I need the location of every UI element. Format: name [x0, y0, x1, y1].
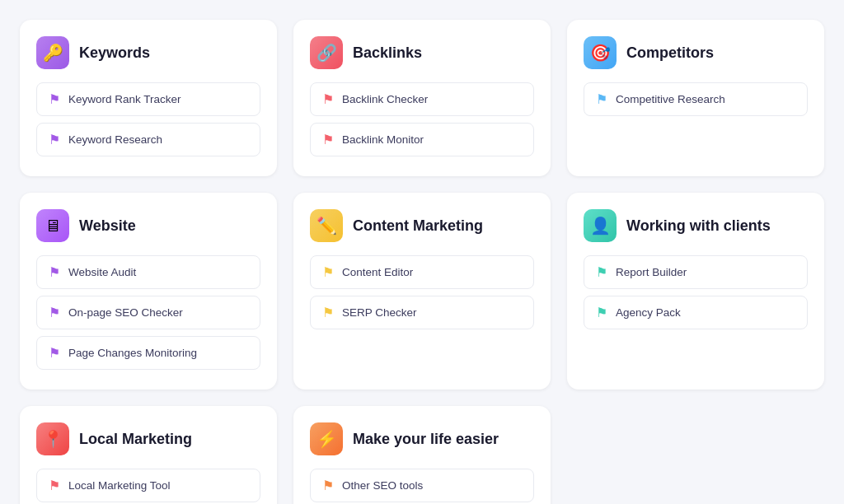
card-backlinks: 🔗 Backlinks ⚑ Backlink Checker ⚑ Backlin… — [293, 20, 551, 176]
keyword-rank-tracker-item[interactable]: ⚑ Keyword Rank Tracker — [36, 82, 260, 116]
empty-cell — [567, 406, 824, 504]
keywords-icon: 🔑 — [36, 36, 69, 69]
agency-pack-flag: ⚑ — [596, 305, 607, 320]
backlink-monitor-flag: ⚑ — [322, 132, 334, 147]
on-page-seo-label: On-page SEO Checker — [68, 306, 183, 319]
competitors-icon: 🎯 — [584, 36, 617, 69]
competitors-title: Competitors — [626, 44, 714, 62]
content-marketing-items: ⚑ Content Editor ⚑ SERP Checker — [310, 255, 534, 329]
serp-checker-item[interactable]: ⚑ SERP Checker — [310, 296, 534, 329]
keyword-rank-tracker-flag: ⚑ — [49, 91, 60, 107]
content-marketing-title: Content Marketing — [353, 217, 483, 235]
website-audit-item[interactable]: ⚑ Website Audit — [36, 255, 260, 289]
agency-pack-label: Agency Pack — [616, 306, 681, 319]
keyword-research-item[interactable]: ⚑ Keyword Research — [36, 123, 260, 156]
local-marketing-tool-item[interactable]: ⚑ Local Marketing Tool — [36, 469, 260, 502]
local-marketing-items: ⚑ Local Marketing Tool — [36, 469, 260, 502]
make-life-easier-title: Make your life easier — [353, 431, 499, 448]
card-working-with-clients: 👤 Working with clients ⚑ Report Builder … — [567, 193, 824, 390]
keywords-items: ⚑ Keyword Rank Tracker ⚑ Keyword Researc… — [36, 82, 260, 156]
backlinks-title: Backlinks — [353, 44, 422, 62]
working-with-clients-title: Working with clients — [626, 217, 771, 235]
backlink-checker-label: Backlink Checker — [342, 93, 428, 105]
content-editor-label: Content Editor — [342, 266, 413, 278]
keywords-title: Keywords — [79, 44, 150, 62]
card-header-backlinks: 🔗 Backlinks — [310, 36, 534, 69]
competitive-research-item[interactable]: ⚑ Competitive Research — [584, 82, 808, 116]
website-title: Website — [79, 217, 136, 235]
website-audit-label: Website Audit — [68, 266, 136, 278]
backlink-checker-item[interactable]: ⚑ Backlink Checker — [310, 82, 534, 116]
card-content-marketing: ✏️ Content Marketing ⚑ Content Editor ⚑ … — [293, 193, 551, 390]
card-competitors: 🎯 Competitors ⚑ Competitive Research — [567, 20, 824, 176]
report-builder-label: Report Builder — [616, 266, 687, 278]
card-keywords: 🔑 Keywords ⚑ Keyword Rank Tracker ⚑ Keyw… — [20, 20, 277, 176]
competitors-items: ⚑ Competitive Research — [584, 82, 808, 116]
competitive-research-label: Competitive Research — [616, 93, 725, 105]
main-grid: 🔑 Keywords ⚑ Keyword Rank Tracker ⚑ Keyw… — [20, 20, 824, 504]
card-website: 🖥 Website ⚑ Website Audit ⚑ On-page SEO … — [20, 193, 277, 390]
on-page-seo-checker-item[interactable]: ⚑ On-page SEO Checker — [36, 296, 260, 329]
content-editor-flag: ⚑ — [322, 264, 334, 280]
keyword-research-label: Keyword Research — [68, 133, 162, 146]
on-page-seo-flag: ⚑ — [49, 305, 60, 320]
local-marketing-tool-flag: ⚑ — [49, 478, 60, 493]
card-header-competitors: 🎯 Competitors — [584, 36, 808, 69]
page-changes-flag: ⚑ — [49, 345, 60, 361]
working-with-clients-icon: 👤 — [584, 209, 617, 242]
backlink-checker-flag: ⚑ — [322, 91, 334, 107]
working-with-clients-items: ⚑ Report Builder ⚑ Agency Pack — [584, 255, 808, 329]
content-marketing-icon: ✏️ — [310, 209, 343, 242]
content-editor-item[interactable]: ⚑ Content Editor — [310, 255, 534, 289]
keyword-research-flag: ⚑ — [49, 132, 60, 147]
page-changes-label: Page Changes Monitoring — [68, 347, 197, 359]
card-header-keywords: 🔑 Keywords — [36, 36, 260, 69]
website-icon: 🖥 — [36, 209, 69, 242]
card-header-website: 🖥 Website — [36, 209, 260, 242]
other-seo-tools-item[interactable]: ⚑ Other SEO tools — [310, 469, 534, 502]
make-life-easier-icon: ⚡ — [310, 422, 343, 455]
keyword-rank-tracker-label: Keyword Rank Tracker — [68, 93, 181, 105]
local-marketing-title: Local Marketing — [79, 431, 192, 448]
card-header-local-marketing: 📍 Local Marketing — [36, 422, 260, 455]
backlinks-icon: 🔗 — [310, 36, 343, 69]
card-header-make-life-easier: ⚡ Make your life easier — [310, 422, 534, 455]
card-header-working-with-clients: 👤 Working with clients — [584, 209, 808, 242]
serp-checker-flag: ⚑ — [322, 305, 334, 320]
report-builder-item[interactable]: ⚑ Report Builder — [584, 255, 808, 289]
website-audit-flag: ⚑ — [49, 264, 60, 280]
other-seo-tools-label: Other SEO tools — [342, 479, 423, 492]
backlink-monitor-label: Backlink Monitor — [342, 133, 424, 146]
backlink-monitor-item[interactable]: ⚑ Backlink Monitor — [310, 123, 534, 156]
card-make-life-easier: ⚡ Make your life easier ⚑ Other SEO tool… — [293, 406, 551, 504]
local-marketing-tool-label: Local Marketing Tool — [68, 479, 171, 492]
serp-checker-label: SERP Checker — [342, 306, 417, 319]
card-header-content-marketing: ✏️ Content Marketing — [310, 209, 534, 242]
make-life-easier-items: ⚑ Other SEO tools — [310, 469, 534, 502]
website-items: ⚑ Website Audit ⚑ On-page SEO Checker ⚑ … — [36, 255, 260, 370]
competitive-research-flag: ⚑ — [596, 91, 607, 107]
card-local-marketing: 📍 Local Marketing ⚑ Local Marketing Tool — [20, 406, 277, 504]
other-seo-tools-flag: ⚑ — [322, 478, 334, 493]
local-marketing-icon: 📍 — [36, 422, 69, 455]
page-changes-monitoring-item[interactable]: ⚑ Page Changes Monitoring — [36, 336, 260, 370]
backlinks-items: ⚑ Backlink Checker ⚑ Backlink Monitor — [310, 82, 534, 156]
agency-pack-item[interactable]: ⚑ Agency Pack — [584, 296, 808, 329]
report-builder-flag: ⚑ — [596, 264, 607, 280]
